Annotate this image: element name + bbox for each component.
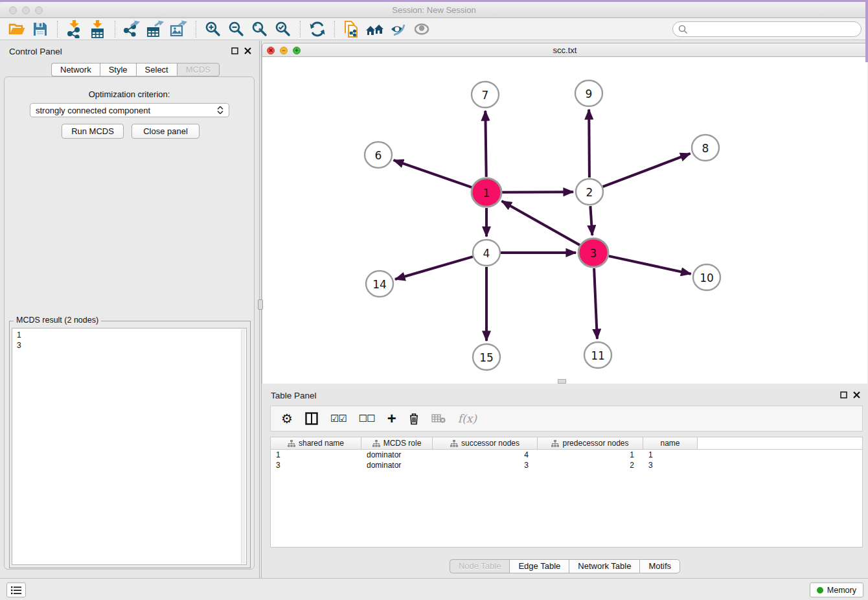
graph-node-7[interactable]: 7 (472, 82, 499, 108)
graph-node-6[interactable]: 6 (365, 142, 392, 168)
graph-edge-4-14[interactable] (395, 257, 473, 279)
result-scrollbar[interactable] (241, 329, 246, 564)
network-zoom-button[interactable]: + (293, 47, 301, 54)
table-cell[interactable]: dominator (361, 460, 433, 470)
minimize-window-button[interactable] (22, 6, 30, 14)
table-row[interactable]: 1dominator411 (271, 450, 862, 460)
graph-edge-1-7[interactable] (485, 111, 486, 177)
table-cell[interactable]: 3 (433, 460, 538, 470)
graph-edge-2-9[interactable] (589, 110, 589, 178)
mcds-result-area[interactable]: 1 3 (12, 328, 247, 565)
hide-graphics-details-icon[interactable] (387, 19, 410, 39)
network-minimize-button[interactable]: − (280, 47, 288, 54)
graph-node-8[interactable]: 8 (692, 135, 719, 161)
zoom-in-icon[interactable] (201, 19, 225, 39)
graph-edge-2-8[interactable] (603, 154, 691, 187)
table-cell[interactable]: 1 (538, 450, 643, 460)
unselect-all-columns-icon[interactable]: ☐☐ (359, 413, 375, 424)
graph-edge-1-6[interactable] (394, 160, 472, 187)
network-window-titlebar[interactable]: ✕ − + scc.txt (262, 43, 868, 57)
graph-edge-1-2[interactable] (502, 192, 573, 192)
node-table: shared nameMCDS rolesuccessor nodesprede… (270, 437, 863, 548)
column-header-predecessor-nodes[interactable]: predecessor nodes (538, 437, 643, 450)
graph-node-3[interactable]: 3 (578, 238, 608, 267)
search-input[interactable] (691, 25, 861, 34)
network-canvas[interactable]: 1234678910111415 (262, 57, 868, 384)
graph-node-2[interactable]: 2 (576, 179, 603, 205)
zoom-selected-icon[interactable] (271, 19, 295, 39)
tasks-button[interactable] (6, 583, 26, 597)
zoom-out-icon[interactable] (225, 19, 248, 39)
control-panel-tabs: NetworkStyleSelectMCDS (51, 63, 220, 76)
graph-node-14[interactable]: 14 (366, 271, 393, 297)
splitter-handle[interactable] (258, 299, 263, 310)
table-settings-icon[interactable]: ⚙ (281, 412, 293, 425)
export-image-icon[interactable] (167, 19, 190, 39)
import-table-icon[interactable] (86, 19, 109, 39)
toolbar-separator (334, 21, 335, 38)
network-overview-icon[interactable] (363, 19, 387, 39)
table-cell[interactable]: 3 (643, 460, 698, 470)
panel-splitter[interactable] (259, 41, 262, 578)
graph-node-9[interactable]: 9 (575, 80, 602, 106)
show-graphics-details-icon[interactable] (410, 19, 433, 39)
column-header-shared-name[interactable]: shared name (271, 437, 361, 450)
export-table-icon[interactable] (144, 19, 167, 39)
refresh-layout-icon[interactable] (306, 19, 329, 39)
close-window-button[interactable] (9, 6, 17, 14)
table-cell[interactable]: dominator (361, 450, 433, 460)
show-column-panel-icon[interactable] (305, 412, 318, 425)
export-network-icon[interactable] (120, 19, 144, 39)
graph-node-1[interactable]: 1 (472, 178, 501, 207)
tab-edge-table[interactable]: Edge Table (509, 559, 569, 573)
search-box[interactable] (672, 21, 862, 37)
network-close-button[interactable]: ✕ (267, 47, 275, 54)
header-filler (698, 437, 862, 450)
tab-mcds[interactable]: MCDS (177, 63, 220, 76)
column-type-icon (288, 440, 295, 447)
graph-node-11[interactable]: 11 (584, 342, 611, 368)
run-mcds-button[interactable]: Run MCDS (62, 124, 124, 139)
import-network-icon[interactable] (63, 19, 86, 39)
graph-node-15[interactable]: 15 (473, 344, 500, 370)
table-cell[interactable]: 1 (271, 450, 361, 460)
graph-node-10[interactable]: 10 (693, 264, 720, 290)
canvas-splitter-handle[interactable] (558, 379, 566, 384)
float-panel-icon[interactable] (231, 47, 238, 54)
close-table-panel-icon[interactable] (853, 391, 860, 398)
optimization-criterion-dropdown[interactable]: strongly connected component (30, 103, 229, 117)
tab-motifs[interactable]: Motifs (639, 559, 680, 573)
zoom-fit-icon[interactable] (248, 19, 271, 39)
tab-network[interactable]: Network (51, 63, 100, 76)
column-header-successor-nodes[interactable]: successor nodes (433, 437, 538, 450)
float-table-panel-icon[interactable] (840, 391, 847, 398)
open-session-icon[interactable] (5, 19, 29, 39)
tab-node-table[interactable]: Node Table (450, 559, 510, 573)
tab-network-table[interactable]: Network Table (569, 559, 639, 573)
table-cell[interactable]: 3 (271, 460, 361, 470)
close-panel-button[interactable]: Close panel (131, 124, 200, 139)
clone-network-icon[interactable] (340, 19, 363, 39)
graph-edge-2-3[interactable] (590, 206, 592, 235)
close-panel-icon[interactable] (244, 47, 251, 54)
graph-edge-3-10[interactable] (609, 256, 691, 274)
table-cell[interactable]: 1 (643, 450, 698, 460)
column-header-name[interactable]: name (643, 437, 698, 450)
table-cell[interactable]: 2 (538, 460, 643, 470)
graph-edge-3-11[interactable] (594, 268, 597, 339)
column-type-icon (551, 440, 559, 447)
delete-columns-icon[interactable] (409, 413, 419, 425)
graph-node-4[interactable]: 4 (473, 240, 500, 266)
memory-button[interactable]: Memory (810, 583, 863, 597)
table-cell[interactable]: 4 (433, 450, 538, 460)
tab-select[interactable]: Select (136, 63, 177, 76)
save-session-icon[interactable] (29, 19, 52, 39)
select-all-columns-icon[interactable]: ☑☑ (330, 413, 347, 424)
desktop-edge-top (0, 0, 868, 2)
add-column-icon[interactable]: + (387, 412, 396, 425)
zoom-window-button[interactable] (35, 6, 43, 14)
tab-style[interactable]: Style (100, 63, 136, 76)
column-header-MCDS-role[interactable]: MCDS role (361, 437, 433, 450)
table-row[interactable]: 3dominator323 (271, 460, 862, 470)
graph-edge-3-1[interactable] (502, 201, 580, 245)
